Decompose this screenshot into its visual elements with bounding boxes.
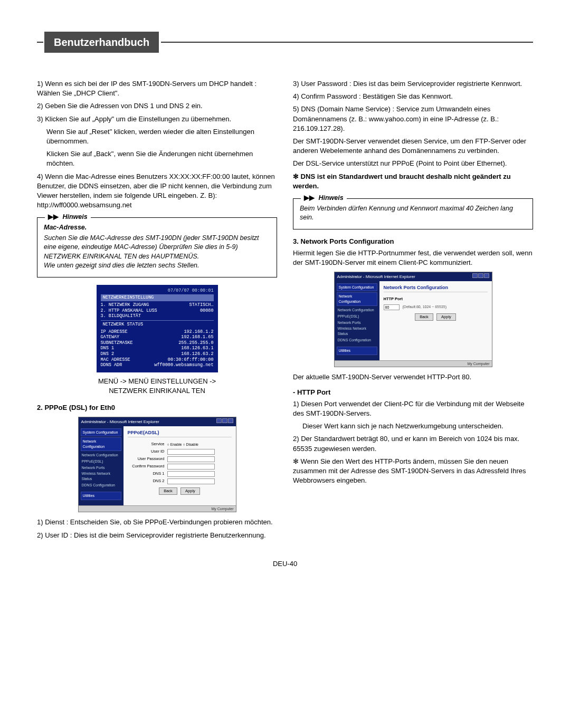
list-item: 2) User ID : Dies ist die beim Servicepr… bbox=[37, 531, 277, 540]
main-pane: PPPoE(ADSL) Service○ Enable ○ Disable Us… bbox=[124, 426, 236, 505]
user-id-input[interactable] bbox=[167, 449, 215, 455]
sidebar-tab[interactable]: Utilities bbox=[337, 347, 377, 355]
list-item: 3) User Password : Dies ist das beim Ser… bbox=[293, 79, 533, 89]
window-title: Administrator - Microsoft Internet Explo… bbox=[81, 419, 159, 425]
status-bar: My Computer bbox=[79, 505, 236, 512]
window-buttons[interactable] bbox=[472, 273, 489, 280]
window-titlebar: Administrator - Microsoft Internet Explo… bbox=[79, 417, 236, 426]
hint-box: ▶▶ Hinweis Beim Verbinden dürfen Kennung… bbox=[293, 198, 533, 229]
hint-line: Beim Verbinden dürfen Kennung und Kennwo… bbox=[300, 204, 526, 223]
menu-path-line: NETZWERK EINRIKANAL TEN bbox=[37, 386, 277, 396]
list-item: Wenn Sie auf „Reset" klicken, werden wie… bbox=[37, 127, 277, 146]
left-column: 1) Wenn es sich bei der IP des SMT-190DN… bbox=[37, 79, 277, 543]
emphasis-note: ✻ DNS ist ein Standardwert und braucht d… bbox=[293, 172, 533, 191]
right-column: 3) User Password : Dies ist das beim Ser… bbox=[293, 79, 533, 543]
row-label: GATEWAY bbox=[101, 334, 120, 340]
emphasis-note: ✻ Wenn Sie den Wert des HTTP-Ports änder… bbox=[293, 457, 533, 486]
sidebar-item[interactable]: PPPoE(DSL) bbox=[81, 458, 121, 465]
header-title: Benutzerhandbuch bbox=[44, 32, 159, 53]
sidebar-item[interactable]: Network Configuration bbox=[81, 452, 121, 458]
screenshot-network-ports: Administrator - Microsoft Internet Explo… bbox=[334, 272, 492, 367]
apply-button[interactable]: Apply bbox=[436, 313, 456, 321]
section-heading: 2. PPPoE (DSL) for Eth0 bbox=[37, 403, 277, 413]
sidebar-tab[interactable]: System Configuration bbox=[337, 283, 377, 292]
list-item: 5) DNS (Domain Name Service) : Service z… bbox=[293, 104, 533, 133]
field-label: DNS 1 bbox=[128, 471, 167, 477]
window-buttons[interactable] bbox=[216, 418, 233, 425]
screenshot-pppoe: Administrator - Microsoft Internet Explo… bbox=[78, 417, 236, 512]
sidebar-tab[interactable]: Network Configuration bbox=[337, 292, 377, 306]
paragraph: Hiermit legen Sie die HTTP-Portnummer fe… bbox=[293, 248, 533, 267]
sidebar-item[interactable]: Network Ports bbox=[81, 465, 121, 471]
sidebar-item[interactable]: Network Configuration bbox=[337, 307, 377, 313]
header-rule bbox=[161, 42, 533, 43]
hint-label-text: Hinweis bbox=[318, 194, 343, 202]
row-label: 2. HTTP ANSKANAL LUSS bbox=[101, 308, 157, 314]
row-value: 168.126.63.2 bbox=[181, 351, 213, 357]
row-value: 168.126.63.1 bbox=[181, 346, 213, 351]
row-label: DDNS ADR bbox=[101, 362, 122, 368]
back-button[interactable]: Back bbox=[159, 487, 177, 495]
confirm-password-input[interactable] bbox=[167, 464, 215, 470]
list-item: Dieser Wert kann sich je nach Netzwerkum… bbox=[293, 422, 533, 431]
hint-label: ▶▶ Hinweis bbox=[301, 194, 347, 203]
list-item: 4) Wenn die Mac-Adresse eines Benutzers … bbox=[37, 172, 277, 210]
hint-box: ▶▶ Hinweis Mac-Adresse. Suchen Sie die M… bbox=[37, 217, 277, 277]
network-settings-panel: 07/07/07 00:00:01 NETZWERKEINSTELLUNG 1.… bbox=[97, 285, 218, 372]
sidebar-item[interactable]: Wireless Network Status bbox=[81, 471, 121, 482]
http-port-input[interactable]: 80 bbox=[384, 304, 400, 310]
sidebar: System Configuration Network Configurati… bbox=[335, 281, 379, 360]
paragraph: Der aktuelle SMT-190DN-Server verwendet … bbox=[293, 372, 533, 382]
sidebar-item[interactable]: Network Ports bbox=[337, 320, 377, 326]
list-item: 3) Klicken Sie auf „Apply" um die Einste… bbox=[37, 114, 277, 124]
paragraph: Der SMT-190DN-Server verwendet diesen Se… bbox=[293, 137, 533, 156]
field-label: User Password bbox=[128, 456, 167, 462]
password-input[interactable] bbox=[167, 456, 215, 462]
sidebar-item[interactable]: DDNS Configuration bbox=[337, 337, 377, 343]
row-value: 255.255.255.0 bbox=[178, 340, 213, 346]
hint-label-text: Hinweis bbox=[62, 213, 87, 221]
row-value: 00080 bbox=[200, 308, 214, 314]
field-label: Confirm Password bbox=[128, 464, 167, 470]
menu-path: MENÜ -> MENÜ EINSTELLUNGEN -> NETZWERK E… bbox=[37, 377, 277, 396]
field-label: Service bbox=[128, 442, 167, 447]
paragraph: Der DSL-Service unterstützt nur PPPoE (P… bbox=[293, 159, 533, 168]
sidebar-item[interactable]: DDNS Configuration bbox=[81, 482, 121, 488]
list-item: Klicken Sie auf „Back", wenn Sie die Änd… bbox=[37, 149, 277, 168]
main-pane: Network Ports Configuration HTTP Port 80… bbox=[379, 281, 492, 360]
hint-subhead: Mac-Adresse. bbox=[44, 223, 270, 233]
hint-label: ▶▶ Hinweis bbox=[45, 213, 91, 222]
sidebar-tab[interactable]: System Configuration bbox=[81, 428, 121, 437]
row-value: wff0000.websamsung.net bbox=[154, 362, 213, 368]
window-title: Administrator - Microsoft Internet Explo… bbox=[337, 274, 415, 280]
page-title: PPPoE(ADSL) bbox=[128, 429, 232, 438]
dns2-input[interactable] bbox=[167, 478, 215, 484]
hint-line: Wie unten gezeigt sind dies die letzten … bbox=[44, 261, 270, 271]
header-dash bbox=[37, 42, 43, 43]
list-item: 1) Dienst : Entscheiden Sie, ob Sie PPPo… bbox=[37, 518, 277, 527]
page-title: Network Ports Configuration bbox=[384, 284, 488, 293]
row-label: 3. BILDQUALITÄT bbox=[101, 313, 141, 319]
menu-path-line: MENÜ -> MENÜ EINSTELLUNGEN -> bbox=[37, 377, 277, 386]
sidebar-item[interactable]: PPPoE(DSL) bbox=[337, 313, 377, 320]
row-label: DNS 1 bbox=[101, 346, 115, 351]
field-hint: (Default:80, 1024 ~ 65535) bbox=[403, 304, 446, 310]
back-button[interactable]: Back bbox=[415, 313, 433, 321]
page-number: DEU-40 bbox=[37, 559, 533, 569]
list-item: 2) Der Standardwert beträgt 80, und er k… bbox=[293, 434, 533, 453]
status-text: My Computer bbox=[467, 361, 489, 367]
dns1-input[interactable] bbox=[167, 471, 215, 477]
sidebar-tab[interactable]: Network Configuration bbox=[81, 437, 121, 451]
row-label: SUBNETZMASKE bbox=[101, 340, 133, 346]
list-item: 1) Diesen Port verwendet der Client-PC f… bbox=[293, 399, 533, 418]
window-titlebar: Administrator - Microsoft Internet Explo… bbox=[335, 272, 492, 281]
field-label: DNS 2 bbox=[128, 478, 167, 484]
panel-header: NETZWERKEINSTELLUNG bbox=[101, 294, 214, 301]
radio-options[interactable]: ○ Enable ○ Disable bbox=[167, 442, 198, 447]
arrow-icon: ▶▶ bbox=[48, 213, 59, 222]
sidebar-item[interactable]: Wireless Network Status bbox=[337, 325, 377, 337]
apply-button[interactable]: Apply bbox=[180, 487, 200, 495]
status-text: My Computer bbox=[211, 506, 233, 512]
sidebar-tab[interactable]: Utilities bbox=[81, 492, 121, 500]
section-heading: 3. Network Ports Configuration bbox=[293, 237, 533, 246]
